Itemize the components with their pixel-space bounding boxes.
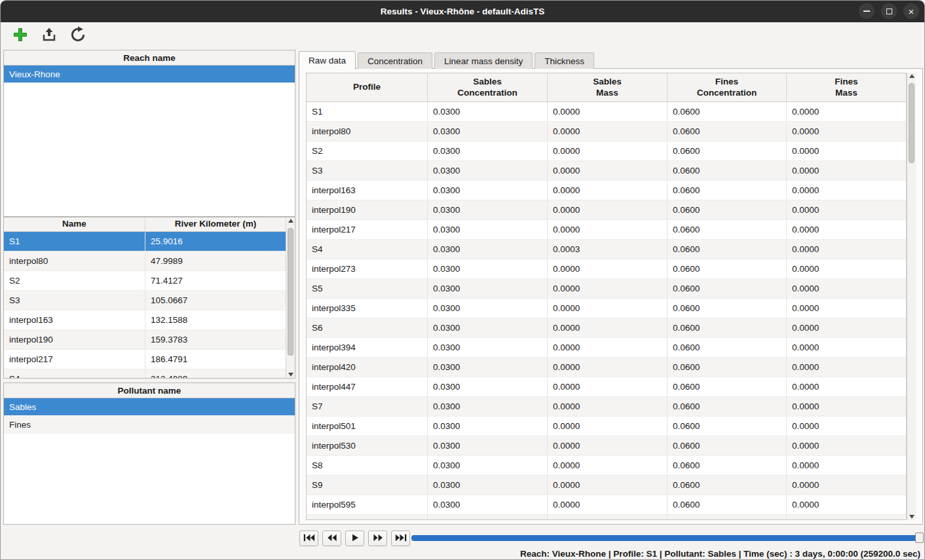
raw-data-row[interactable]: interpol3350.03000.00000.06000.0000	[307, 299, 906, 318]
table-cell: 0.0300	[428, 161, 548, 180]
table-cell: 0.0300	[428, 397, 548, 416]
time-slider-handle[interactable]	[915, 532, 924, 543]
table-cell: 0.0600	[668, 397, 787, 416]
column-header-sables-mass[interactable]: Sables Mass	[548, 73, 668, 102]
go-first-button[interactable]	[299, 531, 318, 546]
add-button[interactable]	[11, 26, 29, 45]
raw-data-row[interactable]: S60.03000.00000.06000.0000	[307, 318, 906, 338]
raw-data-row[interactable]: S70.03000.00000.06000.0000	[307, 397, 906, 417]
tab-concentration[interactable]: Concentration	[358, 52, 432, 69]
profile-row[interactable]: interpol217186.4791	[4, 350, 286, 369]
reach-list-item[interactable]: Vieux-Rhone	[4, 65, 295, 83]
raw-table-body: S10.03000.00000.06000.0000interpol800.03…	[307, 102, 906, 519]
table-cell: 0.0000	[548, 495, 668, 514]
table-cell: 0.0000	[787, 318, 906, 337]
table-cell: interpol163	[307, 181, 428, 200]
profile-row[interactable]: interpol190159.3783	[4, 330, 286, 350]
pollutant-list-item[interactable]: Sables	[4, 398, 295, 416]
column-header-fines-mass[interactable]: Fines Mass	[787, 73, 906, 102]
column-header-name[interactable]: Name	[4, 217, 145, 231]
table-cell: 0.0000	[548, 299, 668, 318]
table-cell: 0.0600	[668, 476, 787, 495]
table-cell: 0.0600	[668, 318, 787, 337]
table-cell: 0.0000	[548, 358, 668, 377]
raw-table-scrollbar[interactable]	[907, 73, 916, 520]
raw-data-row[interactable]: interpol5300.03000.00000.06000.0000	[307, 436, 906, 456]
raw-data-row[interactable]: interpol5010.03000.00000.06000.0000	[307, 417, 906, 436]
scroll-down-arrow[interactable]	[909, 515, 915, 519]
reach-panel-header: Reach name	[4, 50, 295, 65]
column-header-river-km[interactable]: River Kilometer (m)	[145, 217, 286, 231]
raw-table-header: Profile Sables Concentration Sables Mass…	[307, 73, 906, 102]
raw-data-row[interactable]: S10.03000.00000.06000.0000	[307, 102, 906, 122]
raw-data-row[interactable]: interpol4200.03000.00000.06000.0000	[307, 358, 906, 377]
table-cell: 0.0000	[548, 397, 668, 416]
go-last-button[interactable]	[391, 531, 410, 546]
table-cell: 0.0000	[548, 476, 668, 495]
profile-row[interactable]: interpol8047.9989	[4, 252, 286, 271]
profile-row[interactable]: interpol163132.1588	[4, 310, 286, 330]
table-cell: S8	[307, 456, 428, 475]
scrollbar-thumb[interactable]	[909, 83, 915, 163]
table-cell: 0.0600	[668, 259, 787, 278]
playback-controls	[299, 531, 410, 546]
table-cell: 0.0000	[548, 200, 668, 219]
results-panel: Raw data Concentration Linear mass densi…	[299, 50, 923, 525]
raw-data-row[interactable]: S90.03000.00000.06000.0000	[307, 476, 906, 495]
raw-data-row[interactable]: interpol800.03000.00000.06000.0000	[307, 122, 906, 141]
table-cell: 0.0600	[668, 279, 787, 298]
raw-data-row[interactable]: S20.03000.00000.06000.0000	[307, 141, 906, 161]
column-header-sables-concentration[interactable]: Sables Concentration	[428, 73, 548, 102]
tab-linear-mass-density[interactable]: Linear mass density	[434, 52, 533, 69]
raw-data-row[interactable]: interpol5950.03000.00000.06000.0000	[307, 495, 906, 515]
scroll-up-arrow[interactable]	[909, 74, 915, 78]
maximize-button[interactable]	[881, 3, 897, 19]
profile-row[interactable]: S271.4127	[4, 271, 286, 291]
scrollbar-thumb[interactable]	[288, 228, 293, 356]
table-cell: 0.0000	[548, 515, 668, 519]
profile-row[interactable]: S3105.0667	[4, 291, 286, 310]
scroll-down-arrow[interactable]	[288, 373, 293, 377]
table-cell: 0.0300	[428, 181, 548, 200]
table-cell: 0.0000	[787, 495, 906, 514]
scroll-up-arrow[interactable]	[288, 219, 293, 223]
table-cell: 0.0000	[548, 456, 668, 475]
raw-data-row[interactable]: S80.03000.00000.06000.0000	[307, 456, 906, 476]
tab-raw-data[interactable]: Raw data	[299, 51, 356, 69]
table-cell: 0.0300	[428, 338, 548, 357]
table-cell: 0.0000	[548, 102, 668, 121]
raw-data-row[interactable]: S40.03000.00030.06000.0000	[307, 240, 906, 259]
rewind-button[interactable]	[322, 531, 341, 546]
raw-data-row[interactable]: S30.03000.00000.06000.0000	[307, 161, 906, 181]
table-cell: 0.0003	[548, 240, 668, 259]
refresh-button[interactable]	[69, 26, 87, 45]
play-button[interactable]	[345, 531, 364, 546]
minimize-button[interactable]	[859, 3, 875, 19]
raw-data-row[interactable]: interpol2730.03000.00000.06000.0000	[307, 259, 906, 279]
close-button[interactable]: ×	[903, 3, 919, 19]
pollutant-panel: Pollutant name SablesFines	[3, 383, 295, 525]
fast-forward-icon	[372, 534, 384, 544]
column-header-profile[interactable]: Profile	[307, 73, 428, 102]
raw-data-row[interactable]: S100.03000.00000.06000.0000	[307, 515, 906, 519]
pollutant-list-item[interactable]: Fines	[4, 416, 295, 434]
table-cell: S4	[4, 369, 145, 378]
tab-thickness[interactable]: Thickness	[535, 52, 594, 69]
profile-row[interactable]: S4213.4089	[4, 369, 286, 378]
profiles-scrollbar[interactable]	[286, 217, 295, 378]
raw-data-row[interactable]: interpol1630.03000.00000.06000.0000	[307, 181, 906, 200]
raw-data-row[interactable]: interpol4470.03000.00000.06000.0000	[307, 377, 906, 397]
time-slider[interactable]	[411, 535, 920, 541]
raw-data-row[interactable]: interpol2170.03000.00000.06000.0000	[307, 220, 906, 240]
raw-data-row[interactable]: S50.03000.00000.06000.0000	[307, 279, 906, 299]
raw-data-row[interactable]: interpol3940.03000.00000.06000.0000	[307, 338, 906, 358]
export-button[interactable]	[40, 26, 58, 45]
profile-row[interactable]: S125.9016	[4, 232, 286, 252]
table-cell: 0.0600	[668, 181, 787, 200]
titlebar: Results - Vieux-Rhône - default-AdisTS ×	[1, 1, 924, 22]
column-header-fines-concentration[interactable]: Fines Concentration	[668, 73, 787, 102]
table-cell: Sables	[4, 398, 295, 415]
table-cell: 0.0600	[668, 200, 787, 219]
raw-data-row[interactable]: interpol1900.03000.00000.06000.0000	[307, 200, 906, 220]
fast-forward-button[interactable]	[368, 531, 387, 546]
